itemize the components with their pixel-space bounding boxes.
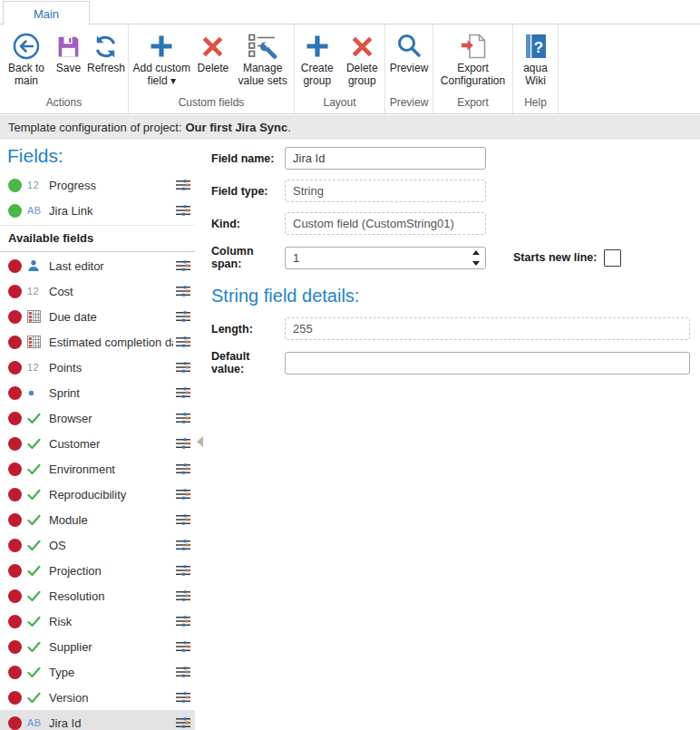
save-button[interactable]: Save — [53, 28, 84, 77]
column-span-input[interactable] — [285, 247, 486, 269]
ribbon-group-custom-fields: Add custom field ▾ Delete Manage value s… — [129, 24, 295, 113]
tune-icon[interactable] — [175, 513, 191, 526]
button-label: Refresh — [87, 63, 125, 75]
button-label: Manage value sets — [234, 63, 291, 87]
field-item-label: Estimated completion dat — [49, 336, 173, 349]
back-arrow-icon — [12, 30, 41, 63]
tune-icon[interactable] — [175, 336, 191, 348]
add-custom-field-button[interactable]: Add custom field ▾ — [129, 28, 195, 89]
field-item-version[interactable]: Version — [0, 685, 195, 710]
kind-label: Kind: — [211, 218, 285, 230]
string-field-details-title: String field details: — [211, 286, 690, 307]
field-item-label: Type — [49, 666, 173, 679]
ribbon: Main Back to main Save — [0, 0, 700, 115]
field-item-progress[interactable]: 12Progress — [0, 172, 195, 198]
tune-icon[interactable] — [175, 615, 191, 628]
field-item-customer[interactable]: Customer — [0, 431, 195, 456]
field-item-label: Supplier — [49, 640, 173, 654]
tune-icon[interactable] — [175, 437, 191, 450]
check-type-icon — [27, 540, 46, 551]
button-label: Delete group — [343, 63, 383, 87]
available-status-dot — [8, 462, 22, 476]
available-status-dot — [8, 615, 22, 628]
default-value-input[interactable] — [285, 352, 690, 375]
tab-main[interactable]: Main — [3, 1, 90, 25]
ribbon-group-label: Layout — [295, 94, 384, 113]
tune-icon[interactable] — [175, 589, 191, 602]
button-label: Export Configuration — [436, 63, 510, 87]
field-item-projection[interactable]: Projection — [0, 558, 195, 583]
field-item-label: OS — [49, 539, 173, 552]
stepper-down-icon[interactable] — [472, 261, 480, 266]
aqua-wiki-button[interactable]: ? aqua Wiki — [517, 28, 555, 89]
tune-icon[interactable] — [175, 640, 191, 653]
tune-icon[interactable] — [175, 488, 191, 501]
stepper-up-icon[interactable] — [472, 250, 480, 255]
tune-icon[interactable] — [175, 412, 191, 424]
back-to-main-button[interactable]: Back to main — [0, 28, 53, 89]
default-value-label: Default value: — [211, 350, 285, 375]
tune-icon[interactable] — [175, 691, 191, 704]
tune-icon[interactable] — [175, 179, 191, 191]
tune-icon[interactable] — [175, 310, 191, 323]
field-item-type[interactable]: Type — [0, 659, 195, 685]
tune-icon[interactable] — [175, 462, 191, 475]
tune-icon[interactable] — [175, 539, 191, 551]
tune-icon[interactable] — [175, 564, 191, 577]
date-type-icon — [27, 336, 46, 348]
wiki-book-icon: ? — [523, 30, 549, 63]
save-floppy-icon — [55, 30, 82, 63]
manage-value-sets-button[interactable]: Manage value sets — [231, 28, 294, 89]
field-item-supplier[interactable]: Supplier — [0, 634, 195, 659]
delete-group-button[interactable]: Delete group — [340, 28, 385, 89]
field-item-cost[interactable]: 12Cost — [0, 278, 195, 304]
tune-icon[interactable] — [175, 361, 191, 374]
field-item-browser[interactable]: Browser — [0, 405, 195, 431]
field-item-jira-link[interactable]: ABJira Link — [0, 198, 195, 223]
available-status-dot — [8, 361, 22, 375]
available-status-dot — [8, 666, 22, 679]
fields-sidebar: Fields: 12ProgressABJira Link Available … — [0, 140, 204, 730]
field-item-estimated-completion-dat[interactable]: Estimated completion dat — [0, 329, 195, 355]
starts-new-line-checkbox[interactable] — [604, 249, 621, 267]
active-fields-list: 12ProgressABJira Link — [0, 172, 204, 223]
column-span-label: Column span: — [211, 245, 285, 270]
tune-icon[interactable] — [175, 259, 191, 272]
field-item-label: Risk — [49, 615, 173, 628]
field-name-input[interactable] — [285, 147, 486, 170]
available-status-dot — [8, 386, 22, 400]
tune-icon[interactable] — [175, 204, 191, 217]
button-label: Preview — [390, 63, 429, 75]
field-item-due-date[interactable]: Due date — [0, 304, 195, 329]
field-item-sprint[interactable]: Sprint — [0, 380, 195, 405]
tune-icon[interactable] — [175, 386, 191, 399]
info-prefix: Template configuration of project: — [8, 121, 182, 134]
field-item-jira-id[interactable]: ABJira Id — [0, 710, 195, 730]
field-item-label: Due date — [49, 310, 173, 324]
column-span-stepper[interactable] — [472, 250, 481, 266]
available-status-dot — [8, 513, 22, 527]
export-configuration-button[interactable]: Export Configuration — [433, 28, 512, 89]
tune-icon[interactable] — [175, 666, 191, 678]
field-item-environment[interactable]: Environment — [0, 456, 195, 482]
check-type-icon — [27, 463, 46, 475]
field-item-module[interactable]: Module — [0, 507, 195, 532]
available-fields-header: Available fields — [0, 225, 195, 252]
refresh-button[interactable]: Refresh — [84, 28, 128, 77]
field-item-reproducibility[interactable]: Reproducibility — [0, 482, 195, 507]
field-item-points[interactable]: 12Points — [0, 355, 195, 380]
field-item-risk[interactable]: Risk — [0, 608, 195, 634]
check-type-icon — [27, 590, 46, 602]
ribbon-group-label: Actions — [0, 94, 128, 113]
sidebar-collapse-arrow-icon[interactable] — [197, 436, 203, 447]
field-item-resolution[interactable]: Resolution — [0, 583, 195, 608]
delete-button[interactable]: Delete — [195, 28, 232, 77]
check-type-icon — [27, 616, 46, 628]
field-item-os[interactable]: OS — [0, 532, 195, 558]
tune-icon[interactable] — [175, 285, 191, 297]
preview-button[interactable]: Preview — [387, 28, 432, 77]
field-item-last-editor[interactable]: Last editor — [0, 253, 195, 278]
tune-icon[interactable] — [175, 716, 191, 729]
create-group-button[interactable]: Create group — [295, 28, 340, 89]
plus-icon — [148, 30, 175, 63]
